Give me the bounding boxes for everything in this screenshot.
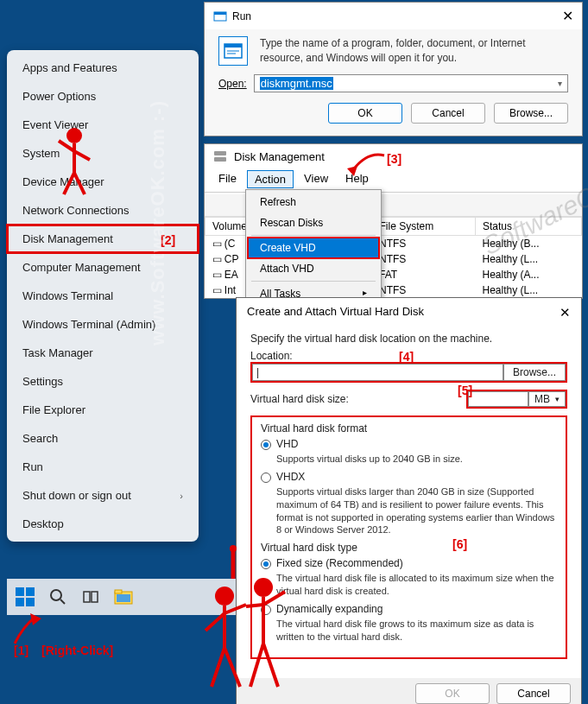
ok-button[interactable]: OK <box>328 103 402 124</box>
menu-device-manager[interactable]: Device Manager <box>7 168 199 196</box>
menu-network-connections[interactable]: Network Connections <box>7 196 199 225</box>
run-app-icon <box>218 36 248 66</box>
vhd-desc: Supports virtual disks up to 2040 GB in … <box>276 453 557 466</box>
action-refresh[interactable]: Refresh <box>248 192 379 212</box>
radio-vhd[interactable]: VHD <box>261 438 557 450</box>
menu-help[interactable]: Help <box>338 170 376 188</box>
type-legend: Virtual hard disk type <box>261 542 557 554</box>
task-view-icon[interactable] <box>79 586 102 608</box>
svg-rect-3 <box>26 598 35 606</box>
browse-button[interactable]: Browse... <box>494 103 568 124</box>
stickman-icon <box>199 544 302 700</box>
menu-system[interactable]: System <box>7 139 199 168</box>
svg-point-33 <box>254 578 273 597</box>
watermark: www.SoftwareOK.com :-) <box>147 100 169 346</box>
menu-action[interactable]: Action <box>247 170 294 188</box>
svg-line-26 <box>74 173 85 194</box>
svg-rect-9 <box>115 590 122 593</box>
menu-view[interactable]: View <box>297 170 335 188</box>
svg-point-40 <box>230 545 237 552</box>
action-attach-vhd[interactable]: Attach VHD <box>248 258 379 279</box>
svg-line-25 <box>64 173 74 194</box>
svg-rect-17 <box>214 151 226 155</box>
svg-rect-1 <box>26 587 35 596</box>
action-rescan[interactable]: Rescan Disks <box>248 212 379 233</box>
stickman-icon <box>48 125 100 203</box>
location-input[interactable]: | <box>252 364 503 381</box>
menu-windows-terminal[interactable]: Windows Terminal <box>7 282 199 310</box>
open-label: Open: <box>218 78 247 90</box>
run-description: Type the name of a program, folder, docu… <box>260 36 568 66</box>
svg-rect-18 <box>214 157 226 162</box>
radio-vhdx[interactable]: VHDX <box>261 471 557 483</box>
vhd-description: Specify the virtual hard disk location o… <box>250 333 567 345</box>
svg-line-24 <box>74 151 90 160</box>
svg-rect-7 <box>92 592 98 602</box>
action-create-vhd[interactable]: Create VHD <box>247 237 380 259</box>
run-title-text: Run <box>232 10 251 22</box>
run-dialog: Run ✕ Type the name of a program, folder… <box>204 2 583 136</box>
menu-desktop[interactable]: Desktop <box>7 510 199 538</box>
menu-event-viewer[interactable]: Event Viewer <box>7 111 199 139</box>
menu-windows-terminal-admin[interactable]: Windows Terminal (Admin) <box>7 310 199 339</box>
svg-marker-20 <box>30 613 41 625</box>
winx-context-menu: Apps and Features Power Options Event Vi… <box>7 50 199 542</box>
svg-line-30 <box>224 605 246 613</box>
search-icon[interactable] <box>47 586 69 608</box>
menu-computer-management[interactable]: Computer Management <box>7 253 199 282</box>
menu-run[interactable]: Run <box>7 453 199 481</box>
svg-point-21 <box>66 128 82 143</box>
menu-shutdown[interactable]: Shut down or sign out› <box>7 481 199 510</box>
fixed-desc: The virtual hard disk file is allocated … <box>276 572 557 598</box>
dropdown-icon[interactable]: ▾ <box>558 79 562 88</box>
vhd-cancel-button[interactable]: Cancel <box>496 683 571 704</box>
cancel-button[interactable]: Cancel <box>411 103 485 124</box>
menu-apps-features[interactable]: Apps and Features <box>7 54 199 82</box>
svg-rect-2 <box>16 598 24 606</box>
svg-rect-6 <box>84 592 90 602</box>
col-fs[interactable]: File System <box>372 218 475 236</box>
vhdx-desc: Supports virtual disks larger than 2040 … <box>276 485 557 536</box>
menu-file[interactable]: File <box>212 170 243 188</box>
vhd-ok-button[interactable]: OK <box>415 683 490 704</box>
svg-line-38 <box>263 644 278 687</box>
start-button[interactable] <box>14 586 36 608</box>
svg-line-29 <box>205 613 224 631</box>
close-icon[interactable]: ✕ <box>560 305 571 320</box>
annotation-1-text: [Right-Click] <box>41 644 113 657</box>
run-icon <box>213 10 227 23</box>
size-unit-select[interactable]: MB▾ <box>528 391 566 407</box>
close-icon[interactable]: ✕ <box>562 8 573 24</box>
annotation-6: [6] <box>452 537 467 551</box>
svg-rect-10 <box>117 594 130 602</box>
dm-menubar: File Action View Help <box>205 168 582 190</box>
arrow-icon <box>10 613 54 648</box>
svg-rect-14 <box>224 44 242 48</box>
open-input[interactable]: diskmgmt.msc ▾ <box>254 74 568 92</box>
svg-line-5 <box>60 599 65 604</box>
location-browse-button[interactable]: Browse... <box>503 364 566 381</box>
menu-file-explorer[interactable]: File Explorer <box>7 396 199 424</box>
svg-line-32 <box>224 648 240 687</box>
annotation-4: [4] <box>399 350 414 364</box>
svg-line-31 <box>212 648 224 687</box>
dynamic-desc: The virtual hard disk file grows to its … <box>276 618 557 644</box>
svg-point-4 <box>51 590 61 600</box>
disk-icon <box>213 149 227 163</box>
chevron-right-icon: › <box>180 491 183 501</box>
svg-rect-0 <box>16 587 24 596</box>
format-legend: Virtual hard disk format <box>261 422 557 434</box>
menu-settings[interactable]: Settings <box>7 367 199 396</box>
menu-search[interactable]: Search <box>7 424 199 453</box>
menu-power-options[interactable]: Power Options <box>7 82 199 111</box>
svg-rect-12 <box>214 12 226 15</box>
menu-task-manager[interactable]: Task Manager <box>7 339 199 367</box>
vhd-titlebar: Create and Attach Virtual Hard Disk ✕ <box>237 298 581 327</box>
radio-fixed[interactable]: Fixed size (Recommended) <box>261 557 557 569</box>
explorer-icon[interactable] <box>112 586 135 608</box>
size-label: Virtual hard disk size: <box>250 393 349 405</box>
size-input[interactable] <box>468 391 528 407</box>
radio-dynamic[interactable]: Dynamically expanding <box>261 603 557 615</box>
annotation-3: [3] <box>387 152 401 166</box>
svg-line-35 <box>246 605 263 606</box>
